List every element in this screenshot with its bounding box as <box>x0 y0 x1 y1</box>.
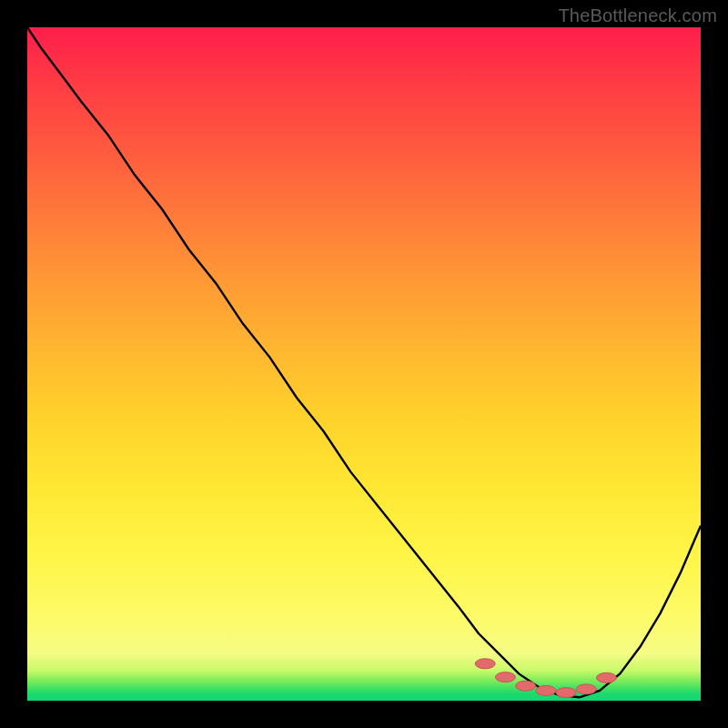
optimal-band-markers <box>475 659 616 698</box>
optimal-band-marker <box>576 684 596 694</box>
chart-svg <box>27 27 701 701</box>
optimal-band-marker <box>536 685 556 695</box>
plot-area <box>27 27 701 701</box>
watermark-text: TheBottleneck.com <box>558 5 717 26</box>
optimal-band-marker <box>556 688 576 698</box>
optimal-band-marker <box>475 659 495 669</box>
bottleneck-curve <box>27 27 701 697</box>
optimal-band-marker <box>516 681 536 691</box>
optimal-band-marker <box>596 672 616 682</box>
chart-frame: TheBottleneck.com <box>0 0 728 728</box>
optimal-band-marker <box>495 672 515 682</box>
